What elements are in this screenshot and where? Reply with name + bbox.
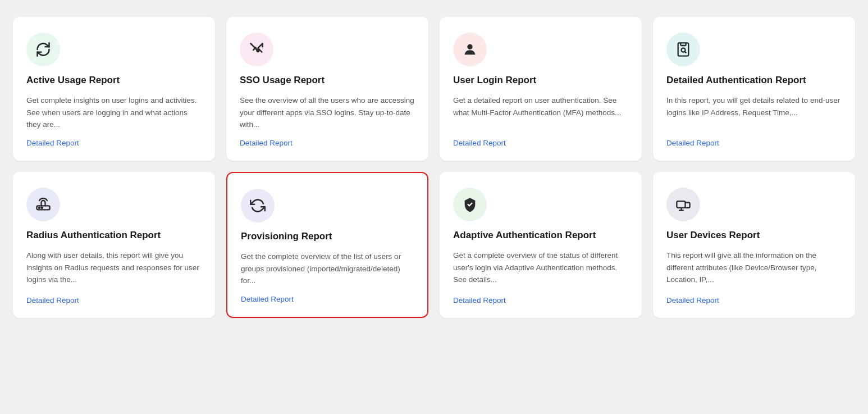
refresh-icon	[26, 33, 60, 66]
card-sso-usage[interactable]: SSO Usage ReportSee the overview of all …	[226, 17, 428, 161]
card-description: Get a detailed report on user authentica…	[453, 94, 628, 131]
card-title: Radius Authentication Report	[26, 229, 202, 242]
sso-icon	[240, 33, 273, 66]
card-description: Get the complete overview of the list of…	[241, 251, 414, 287]
card-title: SSO Usage Report	[240, 74, 415, 87]
card-description: Get a complete overview of the status of…	[453, 249, 628, 288]
card-active-usage[interactable]: Active Usage ReportGet complete insights…	[13, 17, 215, 161]
card-description: Along with user details, this report wil…	[26, 249, 202, 288]
card-title: Detailed Authentication Report	[666, 74, 842, 87]
card-link[interactable]: Detailed Report	[26, 296, 202, 304]
card-description: See the overview of all the users who ar…	[240, 94, 415, 131]
shield-check-icon	[453, 188, 487, 221]
card-provisioning[interactable]: Provisioning ReportGet the complete over…	[226, 172, 428, 318]
card-description: In this report, you will get details rel…	[666, 94, 842, 131]
card-description: Get complete insights on user logins and…	[26, 94, 202, 131]
card-title: Active Usage Report	[26, 74, 202, 87]
svg-rect-3	[680, 43, 686, 46]
card-link[interactable]: Detailed Report	[241, 295, 414, 303]
svg-rect-10	[677, 201, 685, 208]
card-radius-auth[interactable]: Radius Authentication ReportAlong with u…	[13, 172, 215, 318]
card-link[interactable]: Detailed Report	[453, 296, 628, 304]
card-title: User Devices Report	[666, 229, 842, 242]
card-link[interactable]: Detailed Report	[666, 139, 842, 147]
card-adaptive-auth[interactable]: Adaptive Authentication ReportGet a comp…	[440, 172, 642, 318]
person-icon	[453, 33, 487, 66]
svg-point-8	[39, 207, 40, 208]
router-icon	[26, 188, 60, 221]
sync-icon	[241, 189, 275, 222]
card-title: User Login Report	[453, 74, 628, 87]
devices-icon	[666, 188, 700, 221]
card-link[interactable]: Detailed Report	[453, 139, 628, 147]
reports-grid: Active Usage ReportGet complete insights…	[13, 17, 855, 318]
card-title: Provisioning Report	[241, 230, 414, 243]
card-detailed-auth[interactable]: Detailed Authentication ReportIn this re…	[653, 17, 855, 161]
card-user-login[interactable]: User Login ReportGet a detailed report o…	[440, 17, 642, 161]
card-link[interactable]: Detailed Report	[240, 139, 415, 147]
clipboard-search-icon	[666, 33, 700, 66]
svg-point-9	[42, 207, 43, 208]
card-title: Adaptive Authentication Report	[453, 229, 628, 242]
card-description: This report will give all the informatio…	[666, 249, 842, 288]
svg-point-2	[467, 44, 472, 49]
card-link[interactable]: Detailed Report	[26, 139, 202, 147]
card-user-devices[interactable]: User Devices ReportThis report will give…	[653, 172, 855, 318]
card-link[interactable]: Detailed Report	[666, 296, 842, 304]
